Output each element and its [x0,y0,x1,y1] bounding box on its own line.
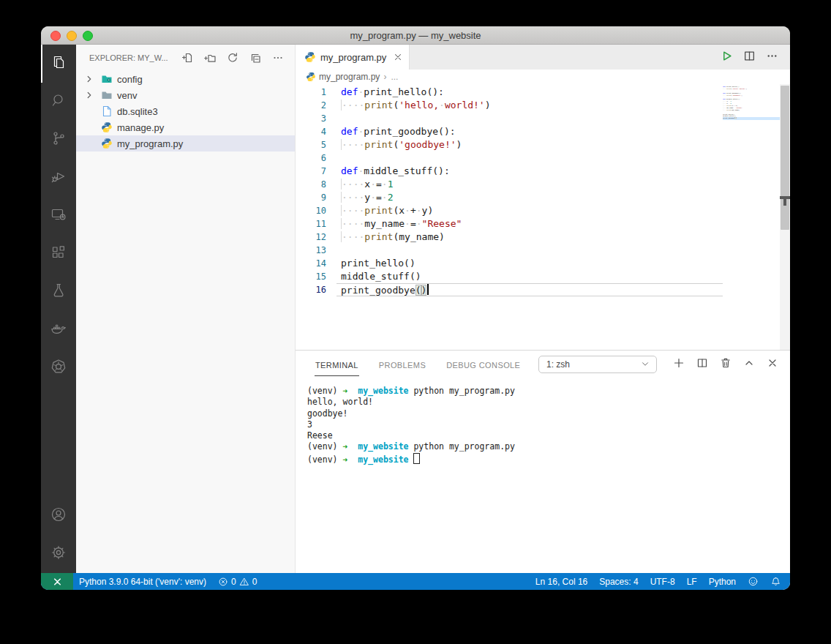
code-line-10[interactable]: ····print(x·+·y) [336,204,723,217]
file-label: manage.py [117,122,164,133]
tab-my-program-py[interactable]: my_program.py [296,45,410,70]
screen: my_program.py — my_website EXPLORER: MY_… [0,0,831,644]
editor-scrollbar[interactable] [780,84,790,350]
code-line-5[interactable]: ····print('goodbye!') [336,138,723,151]
code-editor[interactable]: 12345678910111213141516 def·print_hello(… [296,84,790,350]
activity-item-search[interactable] [41,83,76,121]
split-editor-button[interactable] [743,50,756,65]
breadcrumb[interactable]: my_program.py › ... [296,70,790,84]
file-item-db-sqlite3[interactable]: db.sqlite3 [76,103,295,119]
search-icon [50,91,67,112]
line-number: 10 [296,204,326,217]
code-line-9[interactable]: ····y·=·2 [336,191,723,204]
code-line-12[interactable]: ····print(my_name) [336,231,723,244]
code-line-14[interactable]: print_hello() [336,257,723,270]
status-language-mode[interactable]: Python [703,573,742,590]
panel-header: TERMINALPROBLEMSDEBUG CONSOLE 1: zsh [296,351,790,378]
file-item-manage-py[interactable]: manage.py [76,119,295,135]
terminal-line: (venv) ➜ my_website python my_program.py [307,386,790,397]
line-number: 16 [296,283,326,296]
status-eol-sequence[interactable]: LF [681,573,703,590]
terminal-cursor [413,453,420,464]
activity-item-kubernetes[interactable] [41,349,76,387]
status-cursor-position[interactable]: Ln 16, Col 16 [530,573,593,590]
code-content[interactable]: def·print_hello():····print('hello,·worl… [336,84,723,350]
file-item-venv[interactable]: venv [76,87,295,103]
collapse-all-button[interactable] [247,50,263,66]
panel-tab-terminal[interactable]: TERMINAL [315,353,359,376]
bottom-panel: TERMINALPROBLEMSDEBUG CONSOLE 1: zsh (ve… [296,350,790,574]
activity-item-source-control[interactable] [41,121,76,159]
code-line-8[interactable]: ····x·=·1 [336,178,723,191]
folder-config-icon [101,73,113,85]
code-line-3[interactable] [336,112,723,125]
minimap[interactable]: def·print_hello():····print('hello,·worl… [723,86,780,350]
file-item-config[interactable]: config [76,71,295,87]
activity-item-docker[interactable] [41,311,76,349]
panel-tab-debug-console[interactable]: DEBUG CONSOLE [445,353,521,376]
close-panel-button[interactable] [767,357,778,372]
activity-item-extensions[interactable] [41,235,76,273]
activity-item-settings[interactable] [41,535,76,573]
new-folder-button[interactable] [202,50,218,66]
code-line-13[interactable] [336,244,723,257]
line-number: 14 [296,257,326,270]
close-window-button[interactable] [50,31,61,41]
status-indentation[interactable]: Spaces: 4 [593,573,644,590]
minimize-window-button[interactable] [67,31,77,41]
breadcrumb-symbol[interactable]: ... [390,72,399,82]
status-remote-indicator[interactable] [41,573,73,590]
activity-item-run-debug[interactable] [41,159,76,197]
terminal-line: Reese [307,430,790,441]
chevron-right-icon[interactable] [83,74,95,84]
file-item-my-program-py[interactable]: my_program.py [76,135,295,151]
code-line-11[interactable]: ····my_name·=·"Reese" [336,217,723,231]
new-terminal-button[interactable] [673,357,685,372]
close-tab-button[interactable] [393,52,403,62]
remote-explorer-icon [50,206,67,226]
activity-item-account[interactable] [41,497,76,535]
scrollbar-slider[interactable] [781,86,789,230]
run-python-file-button[interactable] [721,50,733,65]
chevron-right-icon[interactable] [83,90,95,100]
code-line-2[interactable]: ····print('hello,·world!') [336,99,723,112]
line-number: 11 [296,217,326,231]
maximize-panel-button[interactable] [743,357,755,372]
status-python-interpreter[interactable]: Python 3.9.0 64-bit ('venv': venv) [73,573,212,590]
line-number: 8 [296,178,326,191]
kill-terminal-button[interactable] [720,357,732,372]
refresh-button[interactable] [225,50,241,66]
line-number: 3 [296,112,326,125]
status-encoding[interactable]: UTF-8 [644,573,681,590]
code-line-6[interactable] [336,151,723,165]
panel-tab-problems[interactable]: PROBLEMS [378,353,426,376]
zoom-window-button[interactable] [83,31,93,41]
code-line-16[interactable]: print_goodbye() [336,283,723,296]
terminal-line: (venv) ➜ my_website python my_program.py [307,441,790,452]
activity-item-explorer[interactable] [41,45,76,83]
file-label: db.sqlite3 [117,106,158,117]
cursor-overview-marker-stem [783,199,786,206]
status-problems-indicator[interactable]: 00 [212,573,263,590]
status-feedback-button[interactable] [742,573,764,590]
line-number: 5 [296,138,326,151]
code-line-7[interactable]: def·middle_stuff(): [336,165,723,178]
file-icon [101,105,113,117]
more-actions-button[interactable] [270,50,286,66]
code-line-15[interactable]: middle_stuff() [336,270,723,283]
explorer-header: EXPLORER: MY_W... [76,45,295,71]
breadcrumb-file[interactable]: my_program.py [319,72,380,82]
line-number: 15 [296,270,326,283]
terminal-select[interactable]: 1: zsh [538,356,657,373]
activity-item-remote-explorer[interactable] [41,197,76,235]
terminal[interactable]: (venv) ➜ my_website python my_program.py… [296,378,790,574]
traffic-lights [50,31,93,41]
split-terminal-button[interactable] [696,357,708,372]
new-file-button[interactable] [179,50,195,66]
code-line-4[interactable]: def·print_goodbye(): [336,125,723,138]
code-line-1[interactable]: def·print_hello(): [336,86,723,99]
status-notifications-button[interactable] [764,573,790,590]
activity-item-testing[interactable] [41,273,76,311]
more-actions-button[interactable] [766,50,778,65]
titlebar[interactable]: my_program.py — my_website [41,26,790,45]
